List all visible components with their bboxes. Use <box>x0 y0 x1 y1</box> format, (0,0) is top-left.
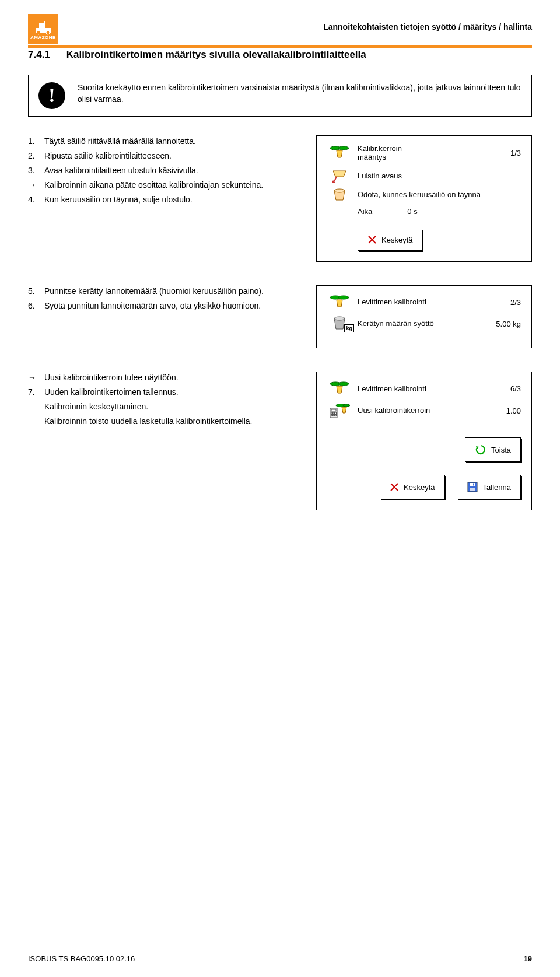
svg-rect-29 <box>470 488 475 491</box>
header-divider <box>28 45 532 48</box>
panel3-value: 1.00 <box>492 407 521 415</box>
panel1-time-value: 0 s <box>407 207 417 216</box>
svg-rect-18 <box>331 409 336 411</box>
cancel-label: Keskeytä <box>404 483 435 492</box>
panel2-value: 5.00 kg <box>492 320 521 328</box>
cancel-label: Keskeytä <box>382 236 412 244</box>
panel1-page: 1/3 <box>492 149 521 157</box>
logo: AMAZONE <box>28 14 58 44</box>
panel1-title-2: määritys <box>358 153 386 162</box>
svg-point-12 <box>334 317 345 320</box>
repeat-label: Toista <box>491 446 511 454</box>
panel-2: Levittimen kalibrointi 2/3 kg Kerätyn mä… <box>316 285 532 348</box>
panel1-title-1: Kalibr.kerroin <box>358 144 402 153</box>
close-icon <box>390 482 399 492</box>
info-text: Suorita koekäyttö ennen kalibrointikerto… <box>75 75 531 112</box>
panel1-open-label: Luistin avaus <box>358 171 521 180</box>
panel1-wait-label: Odota, kunnes keruusäiliö on täynnä <box>358 190 521 200</box>
panel1-time-label: Aika <box>358 207 372 216</box>
floppy-icon <box>467 481 478 493</box>
logo-text: AMAZONE <box>30 35 56 40</box>
svg-rect-4 <box>44 21 46 26</box>
svg-point-2 <box>37 31 40 34</box>
save-label: Tallenna <box>483 483 511 492</box>
svg-rect-22 <box>331 415 333 416</box>
svg-rect-20 <box>333 412 335 414</box>
cancel-button[interactable]: Keskeytä <box>358 229 422 251</box>
svg-rect-19 <box>331 412 333 414</box>
info-box: ! Suorita koekäyttö ennen kalibrointiker… <box>28 75 532 117</box>
bucket-kg-icon: kg <box>327 316 352 331</box>
doc-id: ISOBUS TS BAG0095.10 02.16 <box>28 954 135 963</box>
panel2-title: Levittimen kalibrointi <box>358 297 486 307</box>
panel3-new-label: Uusi kalibrointikerroin <box>358 406 486 416</box>
panel-3: Levittimen kalibrointi 6/3 <box>316 372 532 510</box>
exclamation-icon: ! <box>38 82 65 109</box>
panel2-input-label: Kerätyn määrän syöttö <box>358 319 486 329</box>
spreader-icon <box>327 294 352 310</box>
calculator-spreader-icon <box>327 402 352 419</box>
panel-1: Kalibr.kerroin määritys 1/3 Luistin avau… <box>316 135 532 262</box>
svg-point-14 <box>338 382 349 386</box>
svg-point-7 <box>334 189 345 192</box>
svg-point-11 <box>338 296 349 299</box>
section-title-text: Kalibrointikertoimen määritys sivulla ol… <box>66 49 366 60</box>
close-icon <box>368 235 377 244</box>
spreader-icon <box>327 145 352 161</box>
svg-point-16 <box>343 404 350 407</box>
repeat-button[interactable]: Toista <box>465 437 521 462</box>
save-button[interactable]: Tallenna <box>457 475 521 499</box>
steps-list-3: →Uusi kalibrointikerroin tulee näyttöön.… <box>28 372 299 430</box>
section-number: 7.4.1 <box>28 49 50 60</box>
svg-rect-24 <box>335 415 337 416</box>
page-footer: ISOBUS TS BAG0095.10 02.16 19 <box>28 954 532 963</box>
bucket-icon <box>327 188 352 201</box>
refresh-icon <box>475 444 487 456</box>
svg-rect-28 <box>470 483 475 486</box>
svg-rect-23 <box>333 415 335 416</box>
section-heading: 7.4.1Kalibrointikertoimen määritys sivul… <box>28 49 532 61</box>
panel3-title: Levittimen kalibrointi <box>358 384 486 393</box>
steps-list-2: 5.Punnitse kerätty lannoitemäärä (huomio… <box>28 285 299 314</box>
cancel-button[interactable]: Keskeytä <box>380 475 444 499</box>
breadcrumb: Lannoitekohtaisten tietojen syöttö / mää… <box>28 22 532 31</box>
panel3-page: 6/3 <box>492 384 521 393</box>
svg-point-3 <box>46 31 50 34</box>
svg-point-6 <box>338 146 349 150</box>
svg-rect-21 <box>335 412 337 414</box>
steps-list-1: 1.Täytä säiliö riittävällä määrällä lann… <box>28 135 299 208</box>
slide-open-icon <box>327 169 352 183</box>
page-number: 19 <box>524 954 532 963</box>
spreader-icon <box>327 380 352 397</box>
panel2-page: 2/3 <box>492 298 521 307</box>
svg-rect-30 <box>473 484 474 486</box>
